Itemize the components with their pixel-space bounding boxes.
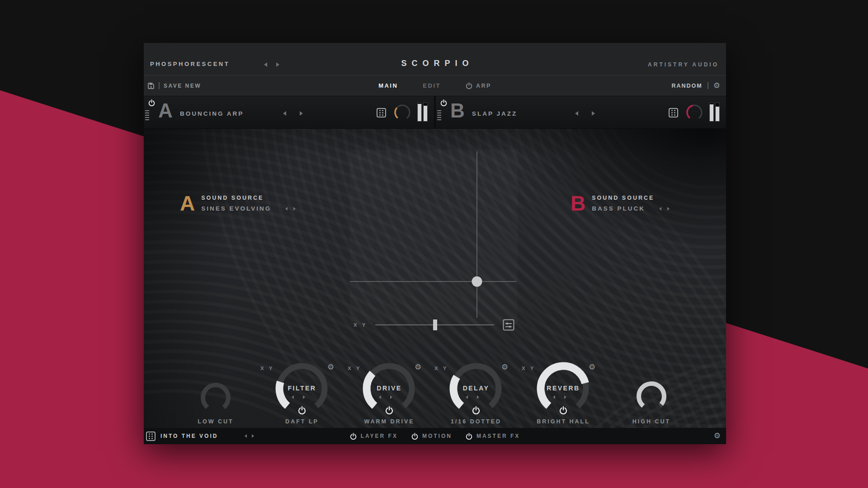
layer-b-next-arrow-icon[interactable]	[592, 111, 595, 116]
layer-b-strip: B SLAP JAZZ	[434, 96, 726, 128]
sound-source-a: A SOUND SOURCE SINES EVOLVING	[180, 193, 296, 214]
filter-prev-arrow-icon[interactable]	[292, 395, 294, 399]
filter-power-icon[interactable]	[298, 406, 306, 414]
xy-slider-row: X Y	[350, 319, 518, 331]
layer-a-level-meters	[417, 103, 428, 122]
filter-next-arrow-icon[interactable]	[303, 395, 305, 399]
high-cut-label: HIGH CUT	[602, 418, 701, 425]
xy-slider-handle[interactable]	[433, 319, 437, 330]
master-fx-toggle[interactable]: MASTER FX	[466, 433, 520, 440]
layer-b-power-icon[interactable]	[440, 99, 447, 106]
plugin-title: SCORPIO	[144, 59, 726, 68]
layer-b-dice-icon[interactable]	[669, 108, 678, 117]
master-fx-label: MASTER FX	[476, 433, 520, 439]
layer-a-dice-icon[interactable]	[377, 108, 386, 117]
delay-title: DELAY	[440, 385, 512, 392]
motion-label: MOTION	[422, 433, 452, 439]
source-a-next-arrow-icon[interactable]	[293, 207, 296, 211]
layer-a-volume-knob[interactable]	[393, 103, 411, 123]
low-cut-label: LOW CUT	[166, 418, 265, 425]
delay-preset-label[interactable]: 1/16 DOTTED	[426, 418, 526, 425]
source-b-letter: B	[571, 193, 585, 214]
layer-b-prev-arrow-icon[interactable]	[575, 111, 578, 116]
layer-b-fader-handle-icon[interactable]	[437, 110, 441, 121]
xy-mixer-icon[interactable]	[503, 319, 514, 331]
layer-a-strip: A BOUNCING ARP	[144, 96, 434, 128]
layer-fx-label: LAYER FX	[361, 433, 398, 439]
tab-edit[interactable]: EDIT	[423, 82, 441, 89]
layer-b-level-meters	[709, 103, 720, 122]
source-a-value[interactable]: SINES EVOLVING	[201, 205, 271, 212]
motion-power-icon[interactable]	[411, 433, 418, 440]
meter-bar	[423, 103, 428, 122]
arp-label: ARP	[476, 83, 491, 89]
delay-xy-label[interactable]: X Y	[434, 366, 448, 371]
source-a-prev-arrow-icon[interactable]	[285, 207, 288, 211]
reverb-preset-label[interactable]: BRIGHT HALL	[514, 418, 613, 425]
arp-power-icon[interactable]	[466, 82, 472, 89]
desktop-background: PHOSPHORESCENT SCORPIO ARTISTRY AUDIO SA…	[0, 0, 868, 488]
source-b-value[interactable]: BASS PLUCK	[592, 205, 645, 212]
layer-b-preset-name[interactable]: SLAP JAZZ	[472, 110, 517, 117]
source-b-label: SOUND SOURCE	[592, 195, 670, 201]
brand-name: ARTISTRY AUDIO	[648, 61, 719, 68]
filter-title: FILTER	[266, 385, 338, 392]
delay-next-arrow-icon[interactable]	[477, 395, 479, 399]
reverb-power-icon[interactable]	[559, 406, 567, 414]
delay-prev-arrow-icon[interactable]	[466, 395, 468, 399]
layer-a-fader-handle-icon[interactable]	[145, 110, 149, 121]
drive-title: DRIVE	[353, 385, 425, 392]
source-b-next-arrow-icon[interactable]	[667, 207, 670, 211]
reverb-next-arrow-icon[interactable]	[564, 395, 566, 399]
tab-main[interactable]: MAIN	[378, 82, 398, 89]
layer-b-letter: B	[450, 101, 465, 121]
layer-a-preset-name[interactable]: BOUNCING ARP	[180, 110, 244, 117]
drive-xy-label[interactable]: X Y	[348, 366, 361, 371]
xy-slider-track[interactable]	[375, 324, 494, 325]
xy-pad[interactable]	[350, 150, 518, 325]
drive-next-arrow-icon[interactable]	[390, 395, 392, 399]
drive-prev-arrow-icon[interactable]	[379, 395, 381, 399]
scorpio-plugin-window: PHOSPHORESCENT SCORPIO ARTISTRY AUDIO SA…	[144, 43, 726, 444]
high-cut-knob[interactable]	[634, 379, 669, 413]
footer-bar: INTO THE VOID LAYER FX MOTION	[144, 428, 726, 444]
xy-cursor-vline	[476, 151, 477, 318]
meter-bar	[709, 103, 714, 122]
layer-strips: A BOUNCING ARP	[144, 96, 726, 129]
xy-axis-label: X Y	[354, 322, 367, 328]
low-cut-knob[interactable]	[198, 380, 233, 415]
xy-cursor-hline	[350, 281, 516, 282]
drive-power-icon[interactable]	[385, 406, 393, 414]
motion-toggle[interactable]: MOTION	[411, 433, 452, 440]
header-bar: PHOSPHORESCENT SCORPIO ARTISTRY AUDIO	[144, 43, 726, 75]
layer-a-letter: A	[158, 101, 173, 121]
toolbar: SAVE NEW MAIN EDIT ARP RANDOM ⚙	[144, 75, 726, 96]
xy-cursor-dot[interactable]	[472, 277, 482, 287]
source-a-letter: A	[180, 193, 195, 214]
master-fx-power-icon[interactable]	[466, 433, 472, 440]
sound-source-b: B SOUND SOURCE BASS PLUCK	[571, 193, 670, 214]
arp-toggle[interactable]: ARP	[466, 82, 491, 89]
layer-a-prev-arrow-icon[interactable]	[283, 111, 286, 116]
meter-bar	[715, 103, 720, 122]
source-b-prev-arrow-icon[interactable]	[659, 207, 661, 211]
meter-bar	[417, 103, 422, 122]
layer-b-volume-knob[interactable]	[685, 103, 703, 123]
footer-toggles: LAYER FX MOTION MASTER FX	[144, 433, 726, 440]
view-tabs: MAIN EDIT ARP	[144, 82, 726, 89]
layer-a-power-icon[interactable]	[148, 99, 155, 106]
filter-preset-label[interactable]: DAFT LP	[252, 418, 352, 425]
layer-a-next-arrow-icon[interactable]	[300, 111, 303, 116]
reverb-prev-arrow-icon[interactable]	[553, 395, 555, 399]
layer-fx-power-icon[interactable]	[350, 433, 357, 440]
delay-power-icon[interactable]	[472, 406, 480, 414]
filter-xy-label[interactable]: X Y	[260, 366, 274, 371]
reverb-xy-label[interactable]: X Y	[522, 366, 535, 371]
drive-preset-label[interactable]: WARM DRIVE	[340, 418, 439, 425]
source-a-label: SOUND SOURCE	[201, 195, 296, 201]
main-panel: A SOUND SOURCE SINES EVOLVING B SOUND SO…	[144, 129, 726, 428]
reverb-title: REVERB	[527, 385, 599, 392]
layer-fx-toggle[interactable]: LAYER FX	[350, 433, 398, 440]
